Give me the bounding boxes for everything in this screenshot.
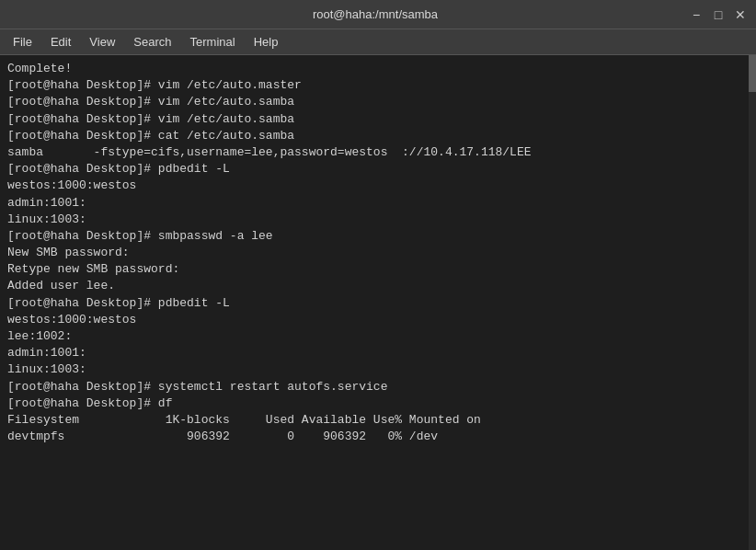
menu-view[interactable]: View — [80, 33, 124, 51]
terminal-wrapper: Complete! [root@haha Desktop]# vim /etc/… — [0, 55, 756, 550]
scrollbar-thumb[interactable] — [749, 55, 756, 92]
terminal-content[interactable]: Complete! [root@haha Desktop]# vim /etc/… — [0, 55, 756, 550]
menu-file[interactable]: File — [4, 33, 41, 51]
minimize-button[interactable]: − — [688, 6, 704, 23]
window-title: root@haha:/mnt/samba — [63, 7, 688, 21]
menu-help[interactable]: Help — [245, 33, 288, 51]
menu-search[interactable]: Search — [124, 33, 180, 51]
maximize-button[interactable]: □ — [710, 6, 727, 23]
scrollbar[interactable] — [749, 55, 756, 550]
window-controls: − □ ✕ — [688, 6, 749, 23]
menu-bar: File Edit View Search Terminal Help — [0, 29, 756, 55]
menu-terminal[interactable]: Terminal — [181, 33, 245, 51]
title-bar: root@haha:/mnt/samba − □ ✕ — [0, 0, 756, 29]
menu-edit[interactable]: Edit — [41, 33, 80, 51]
close-button[interactable]: ✕ — [732, 6, 749, 23]
